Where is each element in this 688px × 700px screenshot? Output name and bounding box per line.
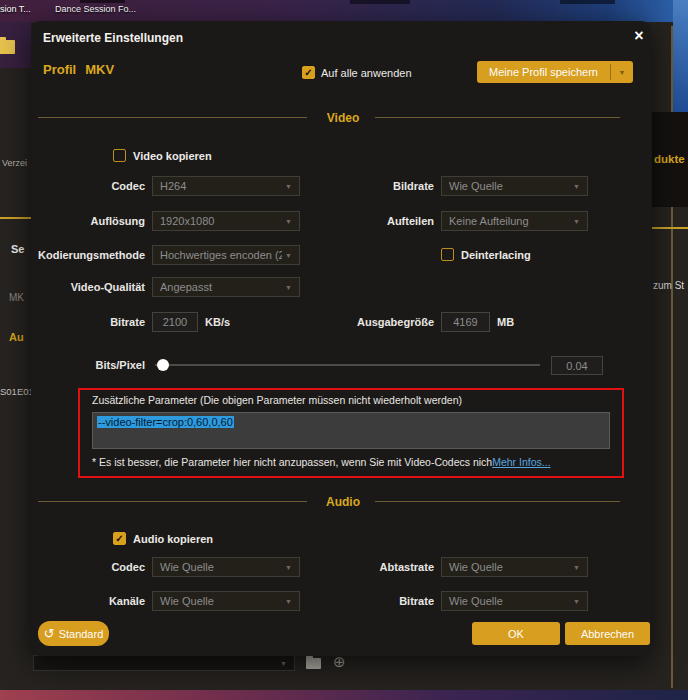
- framerate-value: Wie Quelle: [449, 180, 503, 192]
- extra-params-note-row: * Es ist besser, die Parameter hier nich…: [92, 456, 551, 468]
- video-copy-label: Video kopieren: [133, 149, 212, 163]
- encoding-method-dropdown[interactable]: Hochwertiges encoden (2- ▼: [152, 245, 300, 265]
- folder-icon[interactable]: [0, 40, 15, 54]
- desktop-icon-label[interactable]: Dance Session Fo...: [55, 4, 136, 14]
- bg-mk-text: MK: [9, 292, 24, 303]
- audio-section-header: Audio: [311, 496, 375, 508]
- chevron-down-icon: ▼: [573, 183, 580, 190]
- output-size-input[interactable]: 4169: [441, 312, 490, 332]
- section-divider: [375, 501, 620, 502]
- standard-label: Standard: [59, 628, 104, 640]
- bitrate-input[interactable]: 2100: [152, 312, 198, 332]
- save-profile-button[interactable]: Meine Profil speichern ▼: [477, 61, 633, 83]
- output-size-unit: MB: [497, 312, 527, 332]
- chevron-down-icon: ▼: [285, 218, 292, 225]
- chevron-down-icon: ▼: [285, 564, 292, 571]
- profile-row: Profil MKV: [43, 62, 114, 77]
- audio-bitrate-label: Bitrate: [320, 591, 434, 611]
- save-profile-label: Meine Profil speichern: [477, 66, 610, 78]
- desktop-artifact: [560, 0, 615, 4]
- section-divider: [38, 117, 307, 118]
- desktop-icon-label[interactable]: sion T...: [0, 4, 31, 14]
- ok-button[interactable]: OK: [472, 622, 560, 645]
- bg-verzeichnis-text: Verzei: [2, 158, 27, 168]
- bg-au-text: Au: [9, 331, 24, 343]
- video-quality-dropdown[interactable]: Angepasst ▼: [152, 277, 300, 297]
- split-dropdown[interactable]: Keine Aufteilung ▼: [441, 211, 588, 231]
- chevron-down-icon: ▼: [285, 284, 292, 291]
- audio-codec-label: Codec: [31, 557, 145, 577]
- resolution-value: 1920x1080: [160, 215, 214, 227]
- chevron-down-icon: ▼: [285, 598, 292, 605]
- check-icon: ✓: [115, 533, 123, 544]
- bits-pixel-input[interactable]: 0.04: [551, 356, 603, 375]
- cancel-button[interactable]: Abbrechen: [565, 622, 650, 645]
- audio-copy-checkbox[interactable]: ✓: [113, 532, 126, 545]
- sample-rate-dropdown[interactable]: Wie Quelle ▼: [441, 557, 588, 577]
- chevron-down-icon: ▼: [280, 660, 287, 667]
- profile-label: Profil: [43, 62, 76, 77]
- close-icon[interactable]: ×: [628, 25, 650, 47]
- bits-pixel-slider-thumb[interactable]: [157, 359, 169, 371]
- audio-copy-label: Audio kopieren: [133, 532, 213, 546]
- apply-all-checkbox[interactable]: ✓: [302, 66, 315, 79]
- advanced-settings-dialog: Erweiterte Einstellungen × Profil MKV ✓ …: [31, 21, 651, 656]
- video-quality-value: Angepasst: [160, 281, 212, 293]
- chevron-down-icon[interactable]: ▼: [611, 69, 633, 76]
- codec-value: H264: [160, 180, 186, 192]
- resolution-dropdown[interactable]: 1920x1080 ▼: [152, 211, 300, 231]
- bg-gold-line-left: [0, 217, 31, 219]
- section-divider: [375, 117, 620, 118]
- bits-pixel-slider-track[interactable]: [155, 364, 540, 366]
- codec-dropdown[interactable]: H264 ▼: [152, 176, 300, 196]
- extra-params-note: * Es ist besser, die Parameter hier nich…: [92, 456, 492, 468]
- desktop-artifact: [80, 0, 125, 3]
- encoding-method-label: Kodierungsmethode: [31, 245, 145, 265]
- background-format-dropdown[interactable]: ▼: [33, 655, 295, 671]
- deinterlacing-checkbox[interactable]: [441, 248, 454, 261]
- encoding-method-value: Hochwertiges encoden (2-: [160, 249, 282, 261]
- extra-params-textarea[interactable]: --video-filter=crop:0,60,0,60: [92, 412, 610, 449]
- deinterlacing-label: Deinterlacing: [461, 248, 531, 262]
- chevron-down-icon: ▼: [285, 183, 292, 190]
- bitrate-label: Bitrate: [31, 312, 145, 332]
- reset-icon: ↺: [44, 627, 55, 640]
- extra-params-highlight: Zusätzliche Parameter (Die obigen Parame…: [78, 388, 624, 478]
- framerate-dropdown[interactable]: Wie Quelle ▼: [441, 176, 588, 196]
- section-divider: [38, 501, 307, 502]
- split-value: Keine Aufteilung: [449, 215, 529, 227]
- audio-bitrate-value: Wie Quelle: [449, 595, 503, 607]
- open-folder-icon[interactable]: [306, 658, 321, 669]
- extra-params-value: --video-filter=crop:0,60,0,60: [97, 416, 234, 428]
- chevron-down-icon: ▼: [573, 218, 580, 225]
- more-info-link[interactable]: Mehr Infos...: [492, 456, 550, 468]
- chevron-down-icon: ▼: [285, 252, 292, 259]
- channels-dropdown[interactable]: Wie Quelle ▼: [152, 591, 300, 611]
- desktop-artifact: [350, 0, 410, 4]
- framerate-label: Bildrate: [320, 176, 434, 196]
- apply-all-label: Auf alle anwenden: [321, 66, 412, 80]
- audio-codec-dropdown[interactable]: Wie Quelle ▼: [152, 557, 300, 577]
- bg-se-text: Se: [11, 243, 24, 255]
- chevron-down-icon: ▼: [573, 598, 580, 605]
- desktop-sky-patch: [673, 0, 688, 112]
- check-icon: ✓: [304, 67, 312, 78]
- audio-bitrate-dropdown[interactable]: Wie Quelle ▼: [441, 591, 588, 611]
- video-section-header: Video: [311, 112, 375, 124]
- video-quality-label: Video-Qualität: [31, 277, 145, 297]
- standard-button[interactable]: ↺ Standard: [38, 621, 109, 646]
- bg-gold-line-right: [652, 227, 688, 229]
- channels-value: Wie Quelle: [160, 595, 214, 607]
- chevron-down-icon: ▼: [573, 564, 580, 571]
- channels-label: Kanäle: [31, 591, 145, 611]
- sample-rate-label: Abtastrate: [320, 557, 434, 577]
- bg-episode-text: S01E01: [0, 386, 34, 397]
- dialog-title: Erweiterte Einstellungen: [43, 28, 183, 48]
- split-label: Aufteilen: [320, 211, 434, 231]
- bitrate-unit: KB/s: [205, 312, 245, 332]
- desktop-wallpaper-bottom: [0, 690, 688, 700]
- audio-codec-value: Wie Quelle: [160, 561, 214, 573]
- resolution-label: Auflösung: [31, 211, 145, 231]
- video-copy-checkbox[interactable]: [113, 149, 126, 162]
- bg-zumst-text: zum St: [653, 280, 684, 291]
